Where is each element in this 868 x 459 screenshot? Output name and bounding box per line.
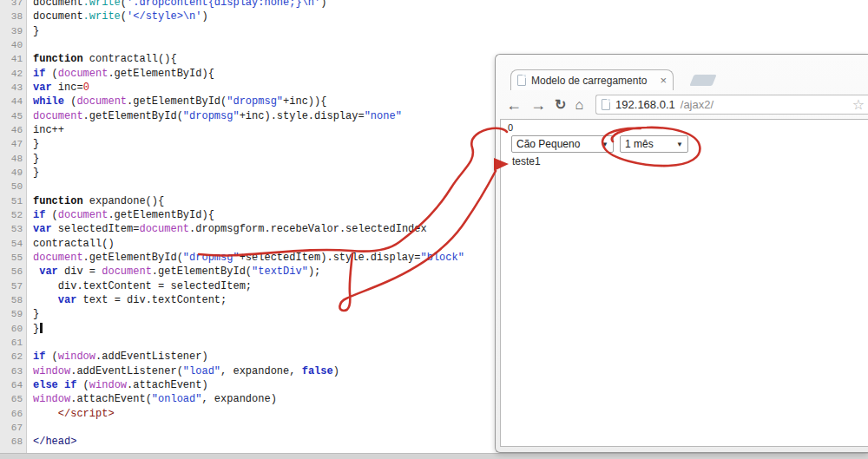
line-number: 63 [0, 364, 23, 378]
text-caret [40, 323, 43, 333]
line-number: 44 [0, 95, 23, 108]
line-number: 37 [0, 0, 23, 10]
bookmark-star-icon[interactable]: ☆ [852, 98, 865, 112]
line-number: 51 [0, 194, 23, 208]
dropdown-value: Cão Pequeno [516, 138, 580, 150]
editor-bottom-strip [0, 453, 868, 459]
line-number: 62 [0, 350, 23, 364]
browser-tab[interactable]: Modelo de carregamento × [510, 69, 674, 90]
line-number: 39 [0, 24, 23, 38]
line-number: 60 [0, 322, 23, 336]
line-number: 43 [0, 81, 23, 95]
line-number: 56 [0, 265, 23, 279]
tab-close-icon[interactable]: × [660, 75, 667, 86]
line-number: 59 [0, 307, 23, 321]
page-icon [602, 99, 610, 110]
line-number: 67 [0, 421, 23, 435]
code-line[interactable]: 37document.write('.dropcontent{display:n… [0, 0, 868, 10]
page-icon [517, 75, 526, 86]
line-number: 55 [0, 251, 23, 265]
chevron-down-icon: ▼ [602, 141, 608, 148]
line-number: 58 [0, 293, 23, 307]
output-value: 0 [508, 122, 868, 133]
line-number: 40 [0, 38, 23, 52]
browser-content: 0 Cão Pequeno ▼ 1 mês ▼ teste1 [500, 119, 868, 447]
home-icon[interactable]: ⌂ [575, 98, 583, 112]
line-number: 50 [0, 180, 23, 193]
line-number: 42 [0, 67, 23, 81]
url-path: /ajax2/ [681, 98, 713, 111]
forward-icon[interactable]: → [530, 97, 546, 113]
line-number: 61 [0, 336, 23, 350]
line-number: 57 [0, 279, 23, 293]
line-number: 48 [0, 152, 23, 166]
line-number: 54 [0, 237, 23, 251]
back-icon[interactable]: ← [506, 97, 522, 113]
dropdown-1-mes[interactable]: 1 mês ▼ [620, 135, 688, 153]
reload-icon[interactable]: ↻ [555, 98, 566, 112]
dropdown-value: 1 mês [625, 138, 654, 150]
line-number: 41 [0, 52, 23, 66]
line-number: 38 [0, 10, 23, 23]
line-number: 65 [0, 392, 23, 406]
line-number: 47 [0, 137, 23, 151]
line-number: 49 [0, 166, 23, 180]
url-host: 192.168.0.1 [615, 98, 675, 111]
line-number: 68 [0, 435, 23, 449]
code-line[interactable]: 38document.write('</style>\n') [0, 10, 868, 23]
line-number: 45 [0, 109, 23, 123]
teste1-label: teste1 [512, 155, 868, 167]
screenshot-stage: 37document.write('.dropcontent{display:n… [0, 0, 868, 459]
new-tab-button[interactable] [689, 75, 716, 86]
select-row: Cão Pequeno ▼ 1 mês ▼ [511, 135, 868, 153]
chevron-down-icon: ▼ [676, 141, 683, 148]
code-line[interactable]: 40 [0, 38, 868, 52]
line-number: 52 [0, 208, 23, 222]
browser-window: Modelo de carregamento × ← → ↻ ⌂ 192.168… [495, 54, 868, 453]
dropdown-cao-pequeno[interactable]: Cão Pequeno ▼ [511, 135, 614, 153]
code-line[interactable]: 39} [0, 24, 868, 38]
url-bar[interactable]: 192.168.0.1 /ajax2/ ☆ [595, 95, 868, 115]
browser-toolbar: ← → ↻ ⌂ 192.168.0.1 /ajax2/ ☆ [496, 90, 868, 119]
tab-title: Modelo de carregamento [531, 75, 654, 87]
line-number: 66 [0, 407, 23, 421]
line-number: 64 [0, 378, 23, 392]
line-number: 53 [0, 222, 23, 236]
line-number: 46 [0, 123, 23, 137]
